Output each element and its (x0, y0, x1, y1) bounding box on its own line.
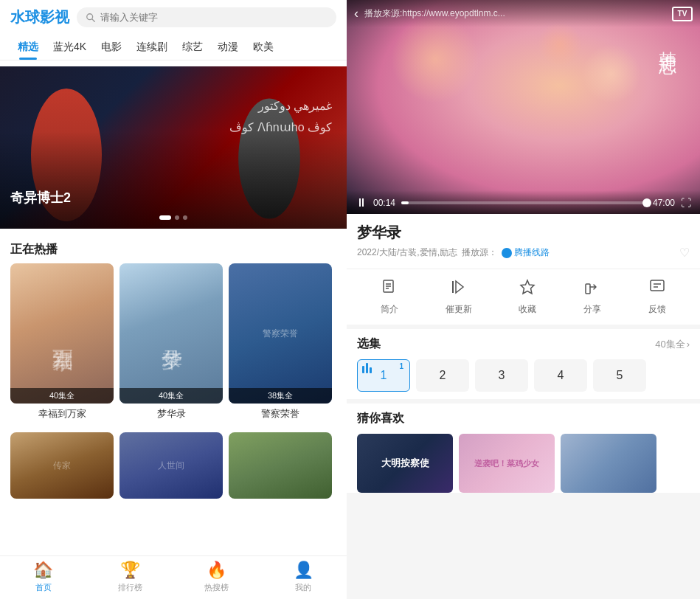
episode-btn-5[interactable]: 5 (593, 359, 646, 392)
card-thumb-row2-3 (229, 432, 332, 499)
bottom-nav-home[interactable]: 🏠 首页 (0, 561, 87, 593)
rec-label-2: 逆袭吧！菜鸡少女 (474, 458, 539, 469)
banner-arabic-text: غميرهي دوكتور كوڤ Ʌɦnɯho كوڤ (229, 96, 332, 139)
svg-rect-9 (586, 284, 590, 294)
episode-section: 选集 40集全 › 1 1 (347, 329, 700, 399)
card-thumb-jingcha: 警察荣誉 (229, 263, 332, 404)
video-background: 韩虎志 (347, 0, 700, 214)
card-xingfu[interactable]: 幸福到万家 40集全 幸福到万家 (10, 263, 114, 420)
card-menghua[interactable]: 梦华录 40集全 梦华录 (119, 263, 223, 420)
svg-rect-10 (651, 280, 664, 291)
episode-btn-3[interactable]: 3 (475, 359, 528, 392)
action-collect[interactable]: 收藏 (519, 278, 536, 316)
collect-icon (519, 278, 536, 300)
bokeh-2 (582, 44, 641, 103)
card-row2-2[interactable]: 人世间 (119, 432, 223, 499)
card-row2-3[interactable] (229, 432, 332, 499)
bottom-nav-mine-label: 我的 (295, 582, 311, 593)
time-current: 00:14 (373, 198, 395, 208)
video-url-text: 播放来源:https://www.eyopdtlnm.c... (364, 7, 672, 20)
video-controls: ⏸ 00:14 47:00 ⛶ (347, 190, 700, 214)
video-back-button[interactable]: ‹ (354, 6, 358, 21)
rec-thumb-2: 逆袭吧！菜鸡少女 (459, 434, 555, 493)
rec-card-1[interactable]: 大明按察使 (357, 434, 453, 493)
card-jingcha[interactable]: 警察荣誉 38集全 警察荣誉 (229, 263, 332, 420)
fullscreen-button[interactable]: ⛶ (681, 197, 691, 209)
card-badge-xingfu: 40集全 (10, 388, 114, 404)
tab-lan4k[interactable]: 蓝光4K (46, 35, 94, 60)
episode-num-3: 3 (499, 369, 505, 382)
bottom-nav-home-label: 首页 (35, 582, 52, 593)
hot-section-title: 正在热播 (0, 235, 347, 263)
search-input[interactable] (100, 12, 328, 23)
episode-grid: 1 1 2 3 4 5 (357, 359, 690, 392)
video-topbar: ‹ 播放来源:https://www.eyopdtlnm.c... TV (347, 0, 700, 27)
svg-marker-6 (456, 281, 463, 293)
video-chinese-overlay: 韩虎志 (656, 37, 678, 46)
tab-oumei[interactable]: 欧美 (246, 35, 281, 60)
card-thumb-row2-1: 传家 (10, 432, 114, 499)
bokeh-1 (391, 15, 479, 103)
tab-zongyi[interactable]: 综艺 (175, 35, 210, 60)
episode-btn-1[interactable]: 1 1 (357, 359, 410, 392)
tab-jingxuan[interactable]: 精选 (10, 35, 46, 60)
feedback-icon (648, 278, 666, 300)
video-player[interactable]: 韩虎志 ‹ 播放来源:https://www.eyopdtlnm.c... TV… (347, 0, 700, 214)
bottom-nav-hot[interactable]: 🔥 热搜榜 (173, 561, 260, 593)
source-name: 腾播线路 (514, 246, 550, 259)
bottom-nav-hot-label: 热搜榜 (204, 582, 229, 593)
intro-icon (381, 278, 398, 300)
card-thumb-menghua: 梦华录 (119, 263, 223, 404)
banner-dot-3 (183, 215, 187, 220)
action-row: 简介 催更新 收藏 分 (347, 269, 700, 325)
episode-btn-2[interactable]: 2 (416, 359, 469, 392)
card-label-menghua: 梦华录 (119, 407, 223, 420)
banner[interactable]: غميرهي دوكتور كوڤ Ʌɦnɯho كوڤ 奇异博士2 (0, 66, 347, 229)
progress-bar[interactable] (401, 201, 647, 204)
heart-icon[interactable]: ♡ (679, 246, 690, 260)
episode-header: 选集 40集全 › (357, 336, 690, 352)
action-feedback-label: 反馈 (648, 303, 666, 316)
show-meta-text: 2022/大陆/古装,爱情,励志 (357, 246, 457, 259)
rec-card-3[interactable] (561, 434, 656, 493)
search-bar[interactable] (77, 7, 336, 27)
tab-lianxuju[interactable]: 连续剧 (129, 35, 175, 60)
header: 水球影视 (0, 0, 347, 35)
source-label: 播放源： (462, 246, 497, 259)
action-feedback[interactable]: 反馈 (648, 278, 666, 316)
episode-num-5: 5 (617, 369, 623, 382)
show-title: 梦华录 (357, 223, 690, 243)
bottom-nav-mine[interactable]: 👤 我的 (260, 561, 347, 593)
left-content: غميرهي دوكتور كوڤ Ʌɦnɯho كوڤ 奇异博士2 正在热播 (0, 60, 347, 555)
progress-fill (401, 201, 409, 204)
play-pause-button[interactable]: ⏸ (356, 196, 367, 210)
card-badge-jingcha: 38集全 (229, 388, 332, 404)
card-row2-1[interactable]: 传家 (10, 432, 114, 499)
rec-thumb-3 (561, 434, 656, 493)
tab-dianying[interactable]: 电影 (94, 35, 129, 60)
episode-btn-4[interactable]: 4 (534, 359, 587, 392)
left-panel: 水球影视 精选 蓝光4K 电影 连续剧 综艺 动漫 欧美 (0, 0, 347, 599)
bottom-nav: 🏠 首页 🏆 排行榜 🔥 热搜榜 👤 我的 (0, 555, 347, 599)
card-label-jingcha: 警察荣誉 (229, 407, 332, 420)
action-share[interactable]: 分享 (583, 278, 601, 316)
action-update-label: 催更新 (446, 303, 472, 316)
action-intro[interactable]: 简介 (381, 278, 398, 316)
episode-title: 选集 (357, 336, 381, 352)
video-tv-button[interactable]: TV (672, 7, 693, 21)
app-title: 水球影视 (10, 7, 69, 27)
source-tencent[interactable]: 腾播线路 (502, 246, 550, 259)
banner-dots (159, 215, 187, 220)
tab-dongman[interactable]: 动漫 (210, 35, 246, 60)
card-grid-row2: 传家 人世间 (0, 426, 347, 503)
rec-thumb-1: 大明按察使 (357, 434, 453, 493)
bottom-nav-rank[interactable]: 🏆 排行榜 (87, 561, 174, 593)
card-thumb-row2-2: 人世间 (119, 432, 223, 499)
update-icon (450, 278, 468, 300)
card-label-xingfu: 幸福到万家 (10, 407, 114, 420)
action-update[interactable]: 催更新 (446, 278, 472, 316)
mine-icon: 👤 (294, 561, 313, 580)
progress-row: ⏸ 00:14 47:00 ⛶ (356, 196, 691, 210)
rec-card-2[interactable]: 逆袭吧！菜鸡少女 (459, 434, 555, 493)
episode-more-button[interactable]: 40集全 › (655, 338, 690, 351)
